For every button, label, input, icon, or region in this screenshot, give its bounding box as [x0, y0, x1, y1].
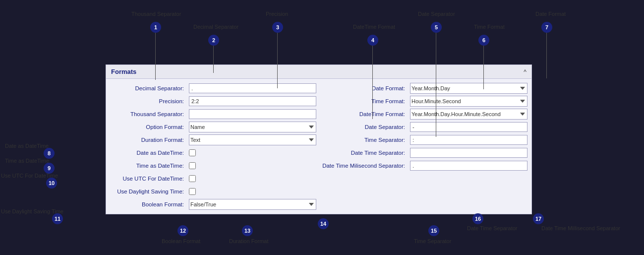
time-separator-row: Time Separator:	[321, 134, 527, 145]
right-column: Date Format: Year.Month.Day Month.Day.Ye…	[321, 83, 527, 210]
use-utc-checkbox[interactable]	[189, 175, 196, 182]
duration-format-row: Duration Format: Text Hours Minutes	[110, 134, 316, 145]
date-as-datetime-label: Date as DateTime:	[110, 150, 187, 156]
label-decimal-separator: Decimal Separator	[193, 24, 238, 30]
date-format-label: Date Format:	[321, 85, 408, 91]
datetime-format-select[interactable]: Year.Month.Day.Hour.Minute.Second	[410, 109, 527, 120]
annotation-3: 3	[272, 22, 283, 33]
date-separator-row: Date Separator:	[321, 122, 527, 132]
precision-row: Precision:	[110, 96, 316, 107]
use-daylight-checkbox[interactable]	[189, 188, 196, 195]
label-date-separator: Date Separator	[418, 11, 455, 17]
millisecond-separator-input[interactable]	[410, 161, 527, 171]
millisecond-separator-label: Date Time Milisecond Separator:	[321, 163, 408, 169]
label-boolean-format: Boolean Format	[162, 238, 200, 244]
use-utc-row: Use UTC For DateTime:	[110, 173, 316, 184]
label-date-time-separator: Date Time Separator	[467, 225, 518, 231]
thousand-separator-label: Thousand Separator:	[110, 111, 187, 117]
label-date-format: Date Format	[535, 11, 566, 17]
label-time-as-datetime: Time as DateTime	[5, 158, 49, 164]
precision-input[interactable]	[189, 96, 316, 106]
connector-1	[155, 33, 156, 80]
time-format-row: Time Format: Hour.Minute.Second Hour.Min…	[321, 96, 527, 107]
annotation-9: 9	[44, 163, 55, 174]
boolean-format-select[interactable]: False/True True/False Yes/No	[189, 199, 316, 210]
millisecond-separator-row: Date Time Milisecond Separator:	[321, 160, 527, 171]
decimal-separator-row: Decimal Separator:	[110, 83, 316, 94]
annotation-15: 15	[428, 225, 439, 236]
datetime-format-row: DateTime Format: Year.Month.Day.Hour.Min…	[321, 109, 527, 120]
boolean-format-label: Boolean Format:	[110, 201, 187, 207]
annotation-17: 17	[533, 213, 544, 224]
panel-title: Formats	[111, 68, 136, 75]
label-use-daylight: Use Daylight Saving Time	[1, 208, 63, 214]
connector-4	[372, 46, 373, 119]
date-as-datetime-row: Date as DateTime:	[110, 147, 316, 158]
label-millisecond-separator: Date Time Millisecond Separator	[541, 225, 620, 231]
decimal-separator-input[interactable]	[189, 83, 316, 93]
option-format-label: Option Format:	[110, 124, 187, 130]
date-as-datetime-checkbox[interactable]	[189, 149, 196, 156]
date-separator-label: Date Separator:	[321, 124, 408, 130]
time-as-datetime-label: Time as DateTime:	[110, 163, 187, 169]
date-separator-input[interactable]	[410, 122, 527, 132]
annotation-16: 16	[472, 213, 483, 224]
time-as-datetime-checkbox[interactable]	[189, 162, 196, 169]
thousand-separator-input[interactable]	[189, 109, 316, 119]
annotation-1: 1	[150, 22, 161, 33]
precision-label: Precision:	[110, 98, 187, 104]
date-time-separator-label: Date Time Separator:	[321, 150, 408, 156]
duration-format-label: Duration Format:	[110, 137, 187, 143]
time-as-datetime-row: Time as DateTime:	[110, 160, 316, 171]
annotation-4: 4	[367, 35, 378, 46]
left-column: Decimal Separator: Precision: Thousand S…	[110, 83, 316, 210]
decimal-separator-label: Decimal Separator:	[110, 85, 187, 91]
time-separator-label: Time Separator:	[321, 137, 408, 143]
annotation-2: 2	[208, 35, 219, 46]
annotation-10: 10	[46, 178, 57, 189]
duration-format-select[interactable]: Text Hours Minutes	[189, 134, 316, 145]
date-time-separator-row: Date Time Separator:	[321, 147, 527, 158]
connector-7	[546, 33, 547, 78]
option-format-row: Option Format: Name Value Text	[110, 122, 316, 132]
annotation-13: 13	[242, 225, 253, 236]
thousand-separator-row: Thousand Separator:	[110, 109, 316, 120]
label-precision: Precision	[266, 11, 288, 17]
formats-panel: Formats ^ Decimal Separator: Precision: …	[106, 64, 532, 214]
annotation-14: 14	[318, 218, 329, 229]
use-daylight-label: Use Daylight Saving Time:	[110, 189, 187, 194]
label-time-format: Time Format	[474, 24, 505, 30]
label-duration-format: Duration Format	[229, 238, 268, 244]
label-datetime-format: DateTime Format	[353, 24, 395, 30]
use-daylight-row: Use Daylight Saving Time:	[110, 186, 316, 197]
date-format-select[interactable]: Year.Month.Day Month.Day.Year Day.Month.…	[410, 83, 527, 94]
main-container: Thousand Separator 1 Decimal Separator 2…	[0, 0, 644, 255]
use-utc-label: Use UTC For DateTime:	[110, 176, 187, 182]
datetime-format-label: DateTime Format:	[321, 111, 408, 117]
panel-collapse-button[interactable]: ^	[524, 68, 527, 75]
panel-body: Decimal Separator: Precision: Thousand S…	[106, 79, 531, 214]
annotation-8: 8	[44, 148, 55, 159]
time-format-label: Time Format:	[321, 98, 408, 104]
annotation-7: 7	[541, 22, 552, 33]
time-format-select[interactable]: Hour.Minute.Second Hour.Minute	[410, 96, 527, 107]
time-separator-input[interactable]	[410, 135, 527, 145]
boolean-format-row: Boolean Format: False/True True/False Ye…	[110, 199, 316, 210]
label-thousand-separator: Thousand Separator	[131, 11, 181, 17]
panel-header: Formats ^	[106, 65, 531, 79]
option-format-select[interactable]: Name Value Text	[189, 122, 316, 132]
annotation-5: 5	[431, 22, 442, 33]
date-time-separator-input[interactable]	[410, 148, 527, 158]
annotation-11: 11	[52, 213, 63, 224]
connector-3	[277, 33, 278, 88]
connector-6	[483, 46, 484, 89]
annotation-6: 6	[478, 35, 489, 46]
label-date-as-datetime: Date as DateTime	[5, 143, 49, 149]
date-format-row: Date Format: Year.Month.Day Month.Day.Ye…	[321, 83, 527, 94]
annotation-12: 12	[177, 225, 188, 236]
connector-5	[436, 33, 436, 137]
label-time-separator: Time Separator	[414, 238, 451, 244]
connector-2	[213, 46, 214, 73]
